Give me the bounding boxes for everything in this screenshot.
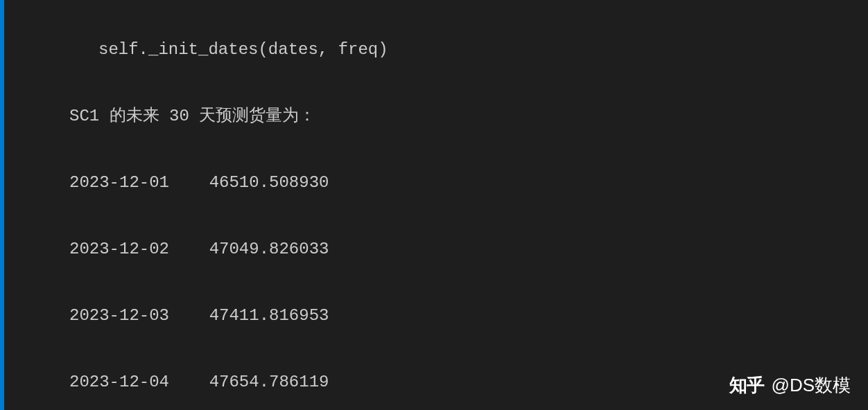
output-date: 2023-12-01 (69, 173, 169, 192)
output-date: 2023-12-04 (69, 373, 169, 391)
output-value: 47654.786119 (209, 373, 329, 391)
watermark-author: @DS数模 (771, 373, 851, 398)
output-value: 47411.816953 (209, 306, 329, 325)
output-value: 47049.826033 (209, 240, 329, 258)
output-row: 2023-12-03 47411.816953 (69, 299, 868, 332)
output-date: 2023-12-03 (69, 306, 169, 325)
output-value: 46510.508930 (209, 173, 329, 192)
output-row: 2023-12-02 47049.826033 (69, 233, 868, 266)
output-date: 2023-12-02 (69, 240, 169, 258)
watermark: 知乎 @DS数模 (729, 373, 851, 398)
output-header: SC1 的未来 30 天预测货量为： (69, 100, 868, 133)
code-line: self._init_dates(dates, freq) (69, 33, 868, 66)
terminal-output: self._init_dates(dates, freq) SC1 的未来 30… (0, 0, 868, 410)
watermark-logo: 知乎 (729, 373, 764, 398)
output-row: 2023-12-01 46510.508930 (69, 166, 868, 199)
editor-accent-border (0, 0, 4, 410)
